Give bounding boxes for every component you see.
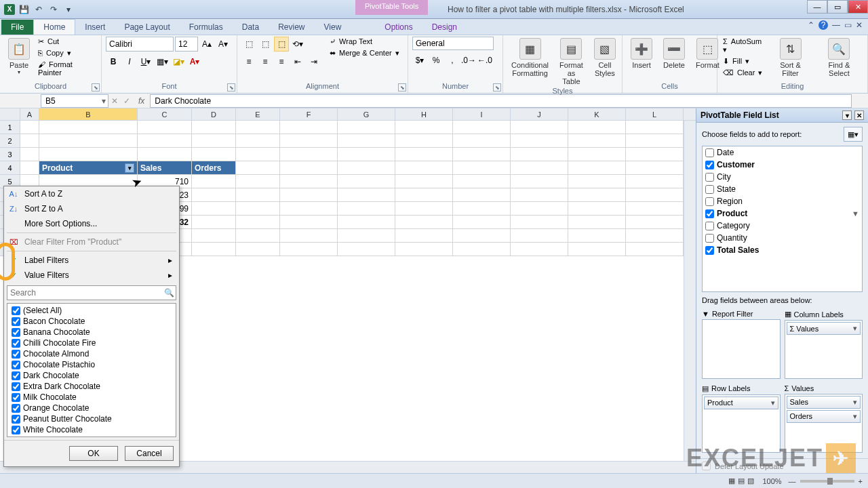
cell-F9[interactable] <box>280 229 338 243</box>
field-quantity[interactable]: Quantity <box>703 232 862 244</box>
workbook-minimize-icon[interactable]: — <box>832 20 840 30</box>
cell-K8[interactable] <box>568 216 626 229</box>
cell-L7[interactable] <box>626 202 684 216</box>
cell-F5[interactable] <box>280 175 338 188</box>
cell-L1[interactable] <box>626 121 684 134</box>
cell-H3[interactable] <box>395 148 453 161</box>
insert-cells-button[interactable]: ➕Insert <box>627 37 656 70</box>
clear-button[interactable]: ⌫ Clear ▾ <box>722 68 766 78</box>
cell-E8[interactable] <box>236 216 280 229</box>
cell-E4[interactable] <box>236 161 280 175</box>
column-header-A[interactable]: A <box>20 108 39 120</box>
conditional-formatting-button[interactable]: ▦Conditional Formatting <box>507 37 553 79</box>
cell-G4[interactable] <box>338 161 395 175</box>
cell-K10[interactable] <box>568 243 626 256</box>
field-product[interactable]: Product▼ <box>703 207 862 220</box>
fieldlist-layout-button[interactable]: ▦▾ <box>844 127 863 142</box>
cell-B3[interactable] <box>39 148 138 161</box>
font-color-button[interactable]: A▾ <box>187 54 202 69</box>
comma-icon[interactable]: , <box>445 53 460 68</box>
filter-search-input[interactable] <box>7 286 162 300</box>
filter-search-box[interactable]: 🔍 <box>7 285 176 300</box>
cell-L2[interactable] <box>626 134 684 148</box>
minimize-ribbon-icon[interactable]: ⌃ <box>808 20 814 30</box>
cell-H9[interactable] <box>395 229 453 243</box>
chip-orders[interactable]: Orders <box>787 410 861 423</box>
tab-review[interactable]: Review <box>269 20 314 35</box>
save-icon[interactable]: 💾 <box>18 3 30 16</box>
cell-J1[interactable] <box>511 121 568 134</box>
filter-item[interactable]: Chilli Chocolate Fire <box>9 338 174 348</box>
cell-B1[interactable] <box>39 121 138 134</box>
view-layout-icon[interactable]: ▤ <box>738 476 745 485</box>
cell-J5[interactable] <box>511 175 568 188</box>
column-header-H[interactable]: H <box>395 108 453 120</box>
cell-L8[interactable] <box>626 216 684 229</box>
cell-F3[interactable] <box>280 148 338 161</box>
cell-G3[interactable] <box>338 148 395 161</box>
cell-D4[interactable]: Orders <box>192 161 236 175</box>
filter-checkbox[interactable] <box>12 306 20 315</box>
cell-H4[interactable] <box>395 161 453 175</box>
cell-A2[interactable] <box>20 134 39 148</box>
field-total-sales[interactable]: Total Sales <box>703 244 862 256</box>
filter-checkbox[interactable] <box>12 382 20 391</box>
cell-L5[interactable] <box>626 175 684 188</box>
filter-checkbox-list[interactable]: (Select All)Bacon ChocolateBanana Chocol… <box>7 303 176 437</box>
cell-K6[interactable] <box>568 188 626 202</box>
cell-J8[interactable] <box>511 216 568 229</box>
cell-I10[interactable] <box>453 243 511 256</box>
field-category[interactable]: Category <box>703 220 862 232</box>
filter-item[interactable]: Dark Chocolate <box>9 370 174 381</box>
cell-J2[interactable] <box>511 134 568 148</box>
field-date[interactable]: Date <box>703 146 862 159</box>
filter-item[interactable]: Extra Dark Chocolate <box>9 381 174 392</box>
row-header-1[interactable]: 1 <box>0 121 20 134</box>
currency-icon[interactable]: $▾ <box>412 53 427 68</box>
cell-G8[interactable] <box>338 216 395 229</box>
cell-D1[interactable] <box>192 121 236 134</box>
align-center-icon[interactable]: ≡ <box>258 54 273 69</box>
cell-B4[interactable]: Product▾ <box>39 161 138 175</box>
cell-L6[interactable] <box>626 188 684 202</box>
increase-indent-icon[interactable]: ⇥ <box>307 54 321 69</box>
cell-I3[interactable] <box>453 148 511 161</box>
cell-D10[interactable] <box>192 243 236 256</box>
cell-I9[interactable] <box>453 229 511 243</box>
cell-H6[interactable] <box>395 188 453 202</box>
formula-input[interactable]: Dark Chocolate <box>150 94 852 108</box>
align-right-icon[interactable]: ≡ <box>274 54 289 69</box>
qat-customize-icon[interactable]: ▾ <box>62 3 75 16</box>
excel-app-icon[interactable]: X <box>4 4 15 15</box>
percent-icon[interactable]: % <box>429 53 443 68</box>
defer-layout-checkbox[interactable] <box>702 462 711 470</box>
cell-D7[interactable] <box>192 202 236 216</box>
cell-D6[interactable] <box>192 188 236 202</box>
filter-item[interactable]: Bacon Chocolate <box>9 316 174 327</box>
view-normal-icon[interactable]: ▦ <box>728 476 735 485</box>
bold-button[interactable]: B <box>106 54 121 69</box>
cell-J3[interactable] <box>511 148 568 161</box>
cell-H10[interactable] <box>395 243 453 256</box>
cell-A1[interactable] <box>20 121 39 134</box>
cell-K3[interactable] <box>568 148 626 161</box>
cell-F7[interactable] <box>280 202 338 216</box>
value-filters-submenu[interactable]: ✓Value Filters▸ <box>4 268 179 283</box>
filter-checkbox[interactable] <box>12 393 20 402</box>
close-button[interactable]: ✕ <box>848 0 868 14</box>
cell-I6[interactable] <box>453 188 511 202</box>
fieldlist-close-icon[interactable]: ✕ <box>854 110 864 120</box>
area-row-labels-box[interactable]: Product <box>702 394 781 453</box>
fx-icon[interactable]: fx <box>138 96 144 106</box>
cell-E2[interactable] <box>236 134 280 148</box>
filter-checkbox[interactable] <box>12 415 20 424</box>
cut-button[interactable]: ✂ Cut <box>37 37 97 47</box>
cell-G10[interactable] <box>338 243 395 256</box>
cell-E3[interactable] <box>236 148 280 161</box>
cell-J10[interactable] <box>511 243 568 256</box>
view-pagebreak-icon[interactable]: ▧ <box>747 476 754 485</box>
tab-options[interactable]: Options <box>375 20 422 35</box>
cell-F6[interactable] <box>280 188 338 202</box>
delete-cells-button[interactable]: ➖Delete <box>659 37 689 70</box>
cell-A3[interactable] <box>20 148 39 161</box>
